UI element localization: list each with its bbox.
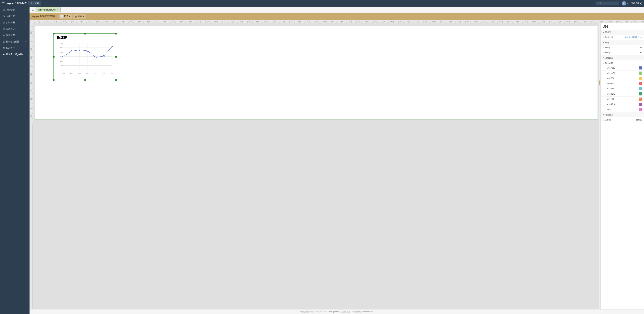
tab-close-btn[interactable]: ✕ <box>56 9 58 11</box>
section-title-config[interactable]: ▼ 标题配置 <box>600 112 644 117</box>
color-value-3: #ee6666 <box>607 82 637 85</box>
info-icon-y: ⓘ <box>602 52 604 54</box>
color-swatch-4[interactable] <box>639 87 642 90</box>
resize-handle-tl[interactable] <box>53 33 55 35</box>
prop-datasource-edit-btn[interactable]: ⚙ <box>640 36 642 39</box>
color-swatches-container: #5470c6 #91cc75 #fac858 #ee6666 #73c0de … <box>600 65 644 112</box>
color-value-2: #fac858 <box>607 77 637 80</box>
chart-svg-wrap: 050100150200250300MonTueWedThuFriSatSun <box>54 41 116 77</box>
color-row-4[interactable]: #73c0de <box>600 86 644 91</box>
prop-y-row: ⓘ Y坐标： 58 <box>600 50 644 55</box>
sidebar-item-basic-settings[interactable]: ⊞ 基础设置 ▼ <box>0 7 30 13</box>
svg-point-35 <box>103 55 104 57</box>
resize-handle-mr[interactable] <box>115 56 117 58</box>
sidebar-icon-system-settings: ⚙ <box>3 15 5 17</box>
color-swatch-7[interactable] <box>639 103 642 106</box>
color-value-1: #91cc75 <box>607 72 637 74</box>
svg-text:200: 200 <box>60 51 62 53</box>
title-config-label: 标题配置 <box>605 113 613 116</box>
tab-designer-temp[interactable]: 凸报表设计器(临时) ✕ <box>36 7 60 12</box>
resize-handle-bm[interactable] <box>84 79 86 81</box>
hamburger-btn[interactable]: ☰ <box>2 1 5 5</box>
sidebar-arrow-app-mgmt: ▼ <box>25 34 27 36</box>
avatar: R <box>622 1 626 5</box>
scrollbar-indicator[interactable] <box>600 23 600 309</box>
sidebar-item-report-basic-config[interactable]: ⊞ 报表基础配置 ▼ <box>0 38 30 45</box>
tab-label: 凸报表设计器(临时) <box>38 8 56 11</box>
svg-point-36 <box>111 46 112 47</box>
footer-text: skyeye云系列 | Copyright © 2021~2021 | auth… <box>300 311 373 313</box>
resize-handle-tm[interactable] <box>84 33 86 35</box>
properties-panel: 属性 ▼ 数据源 ⓘ 数据来源： XML数据源测试 ⚙ <box>600 23 644 309</box>
sidebar-arrow-system-settings: ▼ <box>25 15 27 17</box>
color-value-6: #fc8452 <box>607 98 637 100</box>
prop-maintitle-row: ⓘ 主标题： 折线图 <box>600 117 644 122</box>
canvas-wrapper[interactable]: 折线图 050100150200250300MonTueWedThuFriSat… <box>32 23 600 309</box>
svg-text:300: 300 <box>60 42 62 44</box>
table-toolbar-btn[interactable]: ⊞ 表格 ▾ <box>73 14 86 19</box>
top-header: ☰ skyeye云系列-报表 默认桌面 R root(系统管理▼) <box>0 0 644 7</box>
color-swatch-2[interactable] <box>639 77 642 80</box>
svg-text:250: 250 <box>60 47 62 49</box>
color-row-8[interactable]: #ea7ccc <box>600 107 644 112</box>
color-value-0: #5470c6 <box>607 67 637 69</box>
sidebar-arrow-report-basic-config: ▼ <box>25 41 27 43</box>
color-swatch-1[interactable] <box>639 71 642 75</box>
sidebar-label-report-designer-temp: 报表设计器(临时) <box>6 53 23 56</box>
designer-logo: Skyeye系列-报表设计器 <box>32 15 55 18</box>
sidebar-item-report-design[interactable]: ⊞ 报表设计 ▼ <box>0 45 30 51</box>
default-tab-btn[interactable]: 默认桌面 <box>28 1 41 5</box>
color-value-7: #9a60b4 <box>607 103 637 105</box>
sidebar-item-report-designer-temp[interactable]: ⊞ 报表设计器(临时) <box>0 51 30 58</box>
color-value-4: #73c0de <box>607 88 637 90</box>
svg-point-31 <box>70 51 72 52</box>
section-basic-config[interactable]: ▼ 基础配置 <box>600 55 644 60</box>
color-row-0[interactable]: #5470c6 <box>600 65 644 71</box>
color-value-8: #ea7ccc <box>607 108 637 111</box>
color-swatch-3[interactable] <box>639 82 642 85</box>
prop-x-value: 124 <box>639 46 642 49</box>
color-swatch-5[interactable] <box>639 92 642 96</box>
color-swatch-8[interactable] <box>639 108 642 111</box>
header-right: R root(系统管理▼) <box>596 1 642 5</box>
sidebar-icon-company-mgmt: ⊞ <box>3 21 5 24</box>
chart-dropdown-icon: ▾ <box>69 15 70 18</box>
user-area[interactable]: R root(系统管理▼) <box>622 1 642 5</box>
sidebar-item-left: ⊞ 应用管理 <box>3 34 15 37</box>
search-input[interactable] <box>596 1 619 5</box>
scrollbar-thumb[interactable] <box>600 80 600 85</box>
prop-datasource-value[interactable]: XML数据源测试 <box>624 36 639 39</box>
sidebar-item-app-mgmt[interactable]: ⊞ 应用管理 ▼ <box>0 32 30 38</box>
ruler-canvas <box>30 20 644 23</box>
color-row-1[interactable]: #91cc75 <box>600 71 644 76</box>
resize-handle-tr[interactable] <box>115 33 117 35</box>
chart-title: 折线图 <box>54 34 116 41</box>
chart-component[interactable]: 折线图 050100150200250300MonTueWedThuFriSat… <box>54 33 116 80</box>
svg-text:100: 100 <box>60 60 62 62</box>
tab-home-btn[interactable]: ⌂ <box>31 8 35 12</box>
sidebar-item-app-store[interactable]: ⊞ 应用商店 <box>0 26 30 32</box>
chart-toolbar-btn[interactable]: 📈 图表 ▾ <box>58 14 72 19</box>
sidebar-item-company-mgmt[interactable]: ⊞ 公司管理 ▼ <box>0 19 30 26</box>
sidebar-item-system-settings[interactable]: ⚙ 系统设置 ▼ <box>0 13 30 19</box>
color-row-3[interactable]: #ee6666 <box>600 81 644 86</box>
resize-handle-ml[interactable] <box>53 56 55 58</box>
vertical-ruler <box>30 23 32 309</box>
color-row-2[interactable]: #fac858 <box>600 76 644 81</box>
sidebar-arrow-report-design: ▼ <box>25 47 27 49</box>
table-dropdown-icon: ▾ <box>83 15 84 18</box>
footer: skyeye云系列 | Copyright © 2021~2021 | auth… <box>30 309 644 314</box>
section-coordinates[interactable]: ▼ 坐标 <box>600 40 644 45</box>
resize-handle-br[interactable] <box>115 79 117 81</box>
resize-handle-bl[interactable] <box>53 79 55 81</box>
color-row-6[interactable]: #fc8452 <box>600 97 644 102</box>
section-datasource[interactable]: ▼ 数据源 <box>600 30 644 35</box>
color-swatch-0[interactable] <box>639 66 642 70</box>
sidebar-icon-report-basic-config: ⊞ <box>3 40 5 43</box>
color-swatch-6[interactable] <box>639 97 642 101</box>
svg-text:150: 150 <box>60 56 62 58</box>
color-row-7[interactable]: #9a60b4 <box>600 102 644 107</box>
designer-area: Skyeye系列-报表设计器 📈 图表 ▾ ⊞ 表格 ▾ <box>30 13 644 309</box>
color-row-5[interactable]: #3ba272 <box>600 91 644 97</box>
sidebar-item-left: ⊞ 报表设计器(临时) <box>3 53 23 56</box>
